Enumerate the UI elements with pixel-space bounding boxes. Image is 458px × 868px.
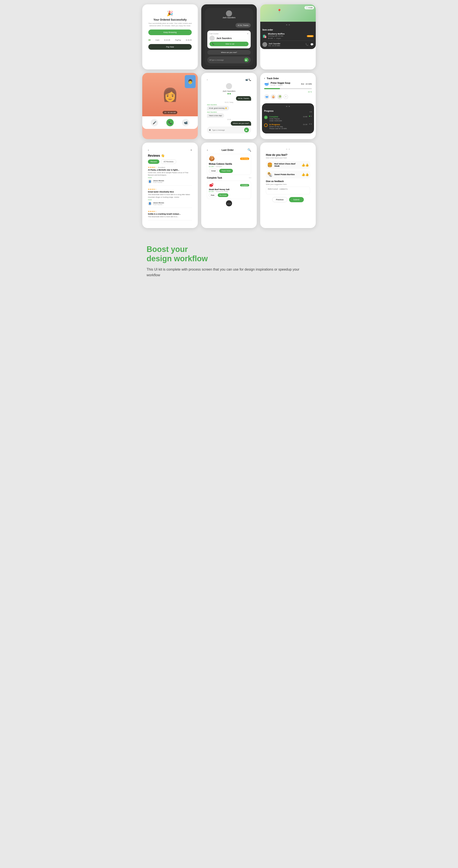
track-order-bottom: ⌃⌃ Progress • • ✓ Complete Order Placed …: [262, 103, 314, 133]
reorder-button[interactable]: Re-Order: [218, 193, 228, 197]
task-food-price: $ 4.99: [209, 190, 214, 192]
give-feedback-title: Give us feedback: [266, 180, 310, 183]
payment-label-2: PayPay: [175, 39, 181, 41]
ongoing-food-cat: Dessert: [216, 165, 222, 167]
search-icon[interactable]: 🔍: [248, 148, 251, 152]
boost-description: This UI kit is complete with process scr…: [146, 267, 312, 278]
message-icon[interactable]: 💬: [310, 43, 314, 46]
phone-chat-light: ‹ 📹 📞 Jack Saunders Hi Sir, Thanks 09:23…: [201, 73, 257, 139]
give-feedback-sub: Write your suggestion here.: [266, 183, 310, 185]
order-success-subtitle: Your successfully place an order. Your o…: [148, 22, 192, 27]
grid-icon-light: ⊞: [209, 129, 211, 131]
input-placeholder: Type a message: [211, 59, 244, 61]
timestamp-1: 09:23, Today: [207, 101, 251, 103]
pay-now-button[interactable]: Pay Now: [148, 44, 192, 50]
reviews-content: ‹ + Reviews 👋 Recent All Reviews ★★★★☆ E…: [146, 146, 194, 225]
bubble-received-1: Hi all, good morning 🤚: [207, 106, 229, 111]
ongoing-card-buttons: Detail Track Order: [209, 169, 249, 173]
phone-map-delivery: 📍 🕐 4 min ⌃⌃ Item order 🛍️ Blueberry Muf…: [260, 4, 316, 69]
close-icon[interactable]: ✕: [247, 33, 249, 35]
detail-button[interactable]: Detail: [209, 169, 218, 173]
driver-name: Jack Saunder: [268, 42, 281, 45]
payment-label-1: Cash: [156, 39, 160, 41]
bubble-sent: Hi Sir, Thanks: [236, 96, 251, 101]
chat-dark-content: Jack Saunders Hi Sir, Thanks Call Courie…: [205, 8, 253, 66]
keep-browsing-button[interactable]: Keep Browsing: [148, 30, 192, 35]
steak-icon: 🥩: [209, 183, 214, 187]
item-order-panel: ⌃⌃ Item order 🛍️ Blueberry Muffins Comin…: [260, 22, 316, 49]
food-price: $ 4.90: [268, 37, 273, 39]
back-icon[interactable]: ‹: [207, 79, 207, 81]
add-icon[interactable]: +: [190, 148, 192, 152]
review-title-3: Golda is a cracking Israeli restaur...: [148, 213, 192, 215]
review-title-2: Great taste! Absolutely Nice: [148, 191, 192, 193]
progress-item-inprogress: In Progress Driver on the way Please wai…: [264, 123, 312, 129]
tab-all-reviews[interactable]: All Reviews: [161, 159, 176, 164]
mute-button[interactable]: 🎤: [151, 119, 158, 126]
last-order-header: ‹ Last Order 🔍: [207, 148, 251, 152]
food-type: Vegan: [276, 37, 281, 39]
review-body-1: Come one, come all to sample Pasta's cir…: [148, 172, 192, 176]
phone-video-call: 👩 👨 23 : 32 min left 🎤 📞 📹: [142, 73, 198, 139]
phone-call-icon[interactable]: 📞: [305, 43, 308, 46]
feedback-emojis-2[interactable]: 👍👍: [301, 173, 309, 176]
reviews-emoji: 👋: [161, 154, 165, 157]
track-back-icon[interactable]: ‹: [264, 77, 265, 80]
video-button[interactable]: 📹: [182, 119, 189, 126]
slide-to-call-label: Slide to call: [225, 43, 234, 45]
chat-input-light[interactable]: ⊞ ▶: [207, 126, 251, 133]
task-food-sub: $ 4.99 • Barbecue Party: [209, 190, 249, 192]
order-success-title: Your Ordered Successfully: [148, 18, 192, 21]
end-call-button[interactable]: 📞: [166, 119, 174, 126]
food-badge[interactable]: Details: [307, 35, 314, 37]
row-3: ‹ + Reviews 👋 Recent All Reviews ★★★★☆ E…: [142, 143, 316, 228]
reviewer-role-1: Food Traveler: [153, 182, 164, 183]
send-button-light[interactable]: ▶: [244, 128, 249, 132]
feedback-title: How do you feel?: [266, 153, 310, 156]
slide-to-call-button[interactable]: 📞 Slide to call ›: [209, 42, 249, 46]
complete-badge: Complete: [240, 184, 249, 186]
review-stars-2: ★★★★☆: [148, 188, 157, 190]
driver-info: Jack Saunder Est. 10-15 MIN: [268, 42, 281, 46]
back-icon-last-order[interactable]: ‹: [207, 148, 208, 152]
ongoing-order-card: 🍪 On Going Mokaa Cokiees Vanilla $ 3.99 …: [207, 154, 251, 175]
grid-icon: ⊞: [209, 59, 211, 61]
soup-icon: 🥣: [264, 82, 269, 86]
ongoing-card-header: 🍪 On Going: [209, 156, 249, 161]
driver-label: Driver on the way: [269, 126, 301, 128]
chat-input-dark[interactable]: ⊞ Type a message ▶: [207, 56, 251, 63]
track-order-top: ‹ Track Order 🥣 Prime Veggie Soup $ 4.90…: [262, 75, 314, 101]
video-main-area: 👩 👨 23 : 32 min left: [142, 73, 198, 116]
complete-task-dots: • •: [249, 177, 251, 179]
previous-button[interactable]: Previous: [272, 197, 287, 202]
track-progress-fill: [264, 88, 280, 89]
feedback-emojis-1[interactable]: 👍👍: [301, 163, 309, 167]
add-food-button[interactable]: +: [284, 95, 288, 99]
reviewer-role-2: Food Traveler: [153, 204, 164, 205]
track-order-button[interactable]: Track Order: [219, 169, 233, 173]
row-1: 🎉 Your Ordered Successfully Your success…: [142, 4, 316, 69]
phone-icon: 📞: [212, 43, 214, 45]
phone-feedback: ⌃⌃ How do you feel? Give a feel about yo…: [260, 143, 316, 228]
review-more-2[interactable]: more: [148, 199, 152, 201]
rate-button[interactable]: Rate: [209, 193, 217, 197]
send-button-dark[interactable]: ▶: [244, 58, 249, 62]
track-progress-bar: [264, 88, 312, 89]
complete-dots: [309, 116, 312, 117]
feedback-textarea[interactable]: [266, 187, 310, 194]
tab-recent[interactable]: Recent: [148, 159, 159, 164]
scroll-down-button[interactable]: ⌄⌄: [226, 200, 232, 206]
beef-steak-icon: 🍔: [267, 162, 272, 167]
inprogress-dots: [309, 123, 312, 125]
burrito-icon: 🌯: [267, 172, 272, 177]
review-body-3: This beachside diner is more akin to a..…: [148, 215, 192, 218]
submit-button[interactable]: Submit: [289, 197, 304, 202]
reviewer-avatar-2: 👤: [148, 202, 152, 206]
bubble-received-2: Have a nice day!: [207, 113, 224, 118]
message-input[interactable]: [212, 129, 243, 131]
back-icon-reviews[interactable]: ‹: [148, 148, 149, 152]
inprogress-status: In Progress: [269, 123, 301, 126]
review-more-1[interactable]: more: [148, 177, 152, 179]
feedback-food-name-1: Red Velvet Chees Beef Steak: [274, 163, 300, 167]
complete-task-title: Complete Task: [207, 177, 222, 179]
